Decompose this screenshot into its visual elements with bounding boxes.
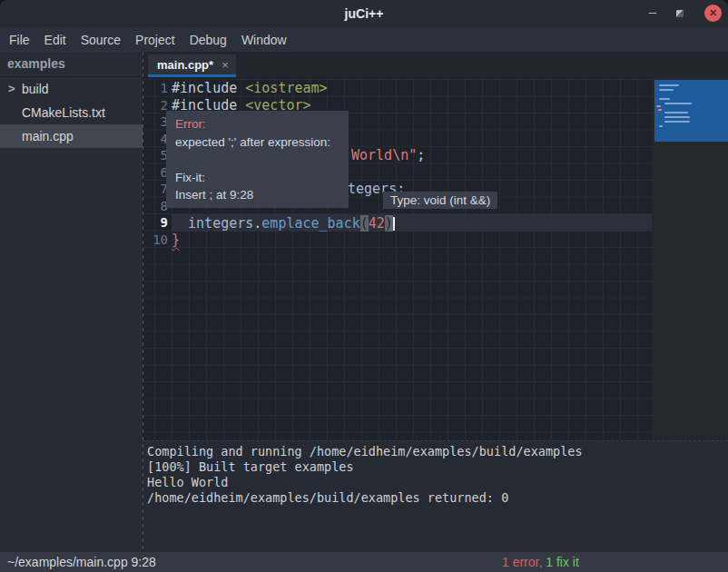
error-tooltip-message: expected ';' after expression: [175,135,339,149]
terminal-line: /home/eidheim/examples/build/examples re… [147,490,728,506]
restore-button[interactable] [672,10,688,18]
line-number: 6 [143,164,168,182]
minimize-icon: – [649,4,656,19]
code-token: ( [360,215,369,232]
minimap-line [659,125,663,127]
restore-icon [676,10,684,17]
text-cursor [393,217,395,231]
sidebar-item-cmakelists-txt[interactable]: CMakeLists.txt [0,101,143,124]
minimize-button[interactable]: – [644,0,661,27]
status-file-path: ~/examples/main.cpp 9:28 [7,552,156,572]
code-token: . [253,215,261,232]
tab-label: main.cpp* [157,58,213,72]
menubar: FileEditSourceProjectDebugWindow [0,27,728,52]
titlebar[interactable]: juCi++ – ✕ [0,0,728,27]
close-icon: ✕ [709,7,717,18]
minimap-line [664,112,688,113]
line-number: 2 [143,97,168,114]
minimap[interactable] [652,77,728,440]
sidebar-item-label: CMakeLists.txt [22,101,105,124]
minimap-viewport[interactable] [654,80,728,142]
error-count: 1 error, [502,555,542,569]
menu-item-source[interactable]: Source [81,33,121,47]
window-title: juCi++ [0,0,728,27]
line-number: 1 [143,80,168,97]
code-editor[interactable]: 1#include <iostream>2#include <vector>34… [143,77,728,440]
code-token: emplace_back [261,215,359,232]
tab-bar: main.cpp* × [143,52,728,77]
code-token: integers [172,215,253,232]
code-token: <iostream> [245,80,327,96]
line-number: 8 [143,198,168,215]
line-number: 9 [143,214,168,232]
code-text: World\n"; [351,147,425,164]
minimap-line [664,103,692,104]
pane-separator[interactable] [143,52,143,551]
code-token: 42 [369,215,385,232]
jucipp-window: juCi++ – ✕ FileEditSourceProjectDebugWin… [0,0,728,572]
menu-item-project[interactable]: Project [135,33,175,47]
code-text: #include <iostream> [172,80,652,97]
sidebar-item-build[interactable]: >build [0,77,143,101]
status-diagnostics: 1 error, 1 fix it [502,552,579,572]
error-tooltip: Error: expected ';' after expression: Fi… [166,111,349,208]
minimap-line [659,98,670,100]
project-folder-header: examples [0,52,143,77]
minimap-error-mark [658,109,662,111]
code-text: } [172,232,652,249]
menu-item-file[interactable]: File [9,33,30,47]
sidebar-item-label: main.cpp [22,124,74,148]
close-button[interactable]: ✕ [704,5,722,22]
code-token: ) [385,215,393,232]
code-line-10[interactable]: 10} [143,232,652,249]
terminal-line: Compiling and running /home/eidheim/exam… [147,444,728,459]
tab-main-cpp[interactable]: main.cpp* × [148,54,236,77]
minimap-error-mark [656,105,661,107]
line-number: 5 [143,147,168,164]
code-line-1[interactable]: 1#include <iostream> [143,80,652,97]
line-number: 4 [143,131,168,148]
code-token: #include [172,80,245,96]
error-tooltip-title: Error: [175,117,339,131]
line-number: 3 [143,113,168,131]
menu-item-debug[interactable]: Debug [190,33,227,47]
menu-item-window[interactable]: Window [241,33,287,47]
code-token: World\n" [351,147,417,163]
code-text: integers.emplace_back(42) [172,214,652,232]
line-number: 10 [143,232,168,249]
code-token: ; [417,147,425,163]
tab-close-icon[interactable]: × [221,58,229,72]
terminal-output[interactable]: Compiling and running /home/eidheim/exam… [143,440,728,551]
status-bar: ~/examples/main.cpp 9:28 1 error, 1 fix … [0,551,728,572]
sidebar-item-main-cpp[interactable]: main.cpp [0,124,143,148]
minimap-line [664,121,690,123]
type-tooltip: Type: void (int &&) [383,192,497,209]
terminal-line: Hello World [147,475,728,490]
code-token: } [172,232,180,248]
fixit-label: Fix-it: [175,171,339,184]
sidebar-item-label: build [22,77,49,101]
menu-item-edit[interactable]: Edit [44,33,66,47]
terminal-line: [100%] Built target examples [147,459,728,475]
minimap-line [659,84,679,86]
line-number: 7 [143,181,168,198]
code-line-9[interactable]: 9 integers.emplace_back(42) [143,214,652,232]
chevron-right-icon[interactable]: > [8,77,15,101]
fixit-action: Insert ; at 9:28 [175,188,339,202]
minimap-line [659,89,674,91]
fixit-count: 1 fix it [546,555,579,569]
minimap-line [664,116,690,118]
file-tree-sidebar[interactable]: examples >buildCMakeLists.txtmain.cpp [0,52,143,551]
